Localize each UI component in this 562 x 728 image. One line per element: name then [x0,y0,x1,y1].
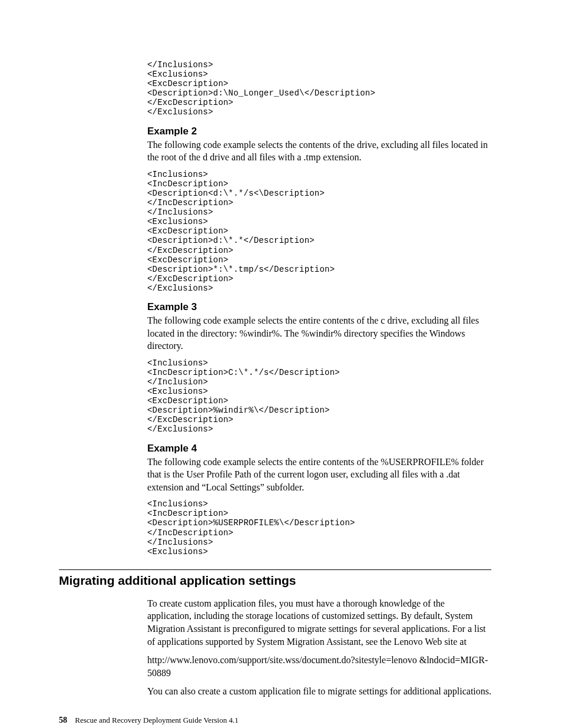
page-footer: 58 Rescue and Recovery Deployment Guide … [59,716,491,725]
section-paragraph-1: To create custom application files, you … [147,597,491,648]
example-2-body: The following code example selects the c… [147,139,491,164]
example-4-code: <Inclusions> <IncDescription> <Descripti… [147,499,491,556]
page-number: 58 [59,716,67,724]
section-rule [59,569,491,570]
section-paragraph-3: You can also create a custom application… [147,685,491,698]
example-2-code: <Inclusions> <IncDescription> <Descripti… [147,170,491,293]
example-3-code: <Inclusions> <IncDescription>C:\*.*/s</D… [147,358,491,434]
section-heading: Migrating additional application setting… [59,574,491,588]
example-3-heading: Example 3 [147,301,491,313]
code-block-1: </Inclusions> <Exclusions> <ExcDescripti… [147,60,491,117]
section-url: http://www.lenovo.com/support/site.wss/d… [147,654,491,679]
example-2-heading: Example 2 [147,126,491,137]
footer-text: Rescue and Recovery Deployment Guide Ver… [75,716,238,724]
example-3-body: The following code example selects the e… [147,314,491,353]
example-4-body: The following code example selects the e… [147,456,491,494]
example-4-heading: Example 4 [147,443,491,454]
